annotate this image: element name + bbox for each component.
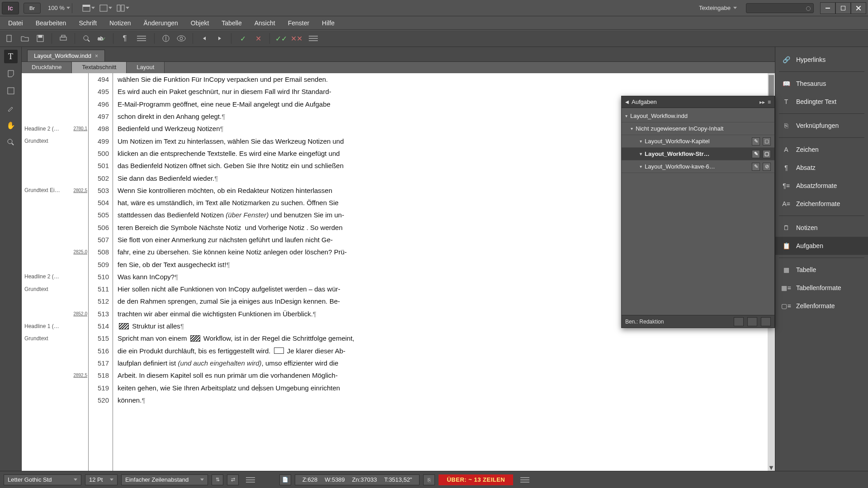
style-label: Headline 2 (…2780,1 bbox=[22, 122, 88, 135]
open-icon[interactable] bbox=[18, 33, 32, 44]
edit-icon[interactable]: ✎ bbox=[752, 150, 760, 158]
reject-all-icon[interactable]: ✕✕ bbox=[290, 33, 303, 44]
text-line[interactable]: die ein Produkt durchläuft, bis es ferti… bbox=[118, 345, 775, 357]
panel-tab-tabelle[interactable]: ▦Tabelle bbox=[775, 261, 868, 279]
accept-all-icon[interactable]: ✓✓ bbox=[274, 33, 288, 44]
menu-schrift[interactable]: Schrift bbox=[72, 17, 103, 29]
status-menu-icon[interactable] bbox=[520, 477, 529, 483]
search-input[interactable] bbox=[746, 3, 814, 13]
menu-änderungen[interactable]: Änderungen bbox=[137, 17, 184, 29]
minimize-button[interactable] bbox=[820, 2, 835, 14]
workspace-switcher[interactable]: Texteingabe bbox=[699, 5, 737, 11]
panel-header[interactable]: ◀ Aufgaben ▸▸ ≡ bbox=[622, 96, 774, 108]
reject-change-icon[interactable]: ✕ bbox=[251, 33, 265, 44]
arrange-documents-icon[interactable] bbox=[117, 3, 129, 13]
text-line[interactable]: können.¶ bbox=[118, 394, 775, 406]
text-line[interactable]: Spricht man von einem Workflow, ist in d… bbox=[118, 332, 775, 344]
assignment-item[interactable]: ▾Layout_Workflow-Str…✎▢ bbox=[622, 148, 774, 160]
assignment-item[interactable]: ▾Layout_Workflow-kave-6…✎⊘ bbox=[622, 160, 774, 173]
box-icon[interactable]: ▢ bbox=[763, 137, 771, 145]
menu-hilfe[interactable]: Hilfe bbox=[316, 17, 341, 29]
new-icon[interactable] bbox=[3, 33, 16, 44]
menu-ansicht[interactable]: Ansicht bbox=[248, 17, 282, 29]
zoom-tool-icon[interactable] bbox=[4, 136, 18, 149]
copyfit-icon[interactable]: ⎘ bbox=[423, 474, 435, 485]
hand-tool-icon[interactable]: ✋ bbox=[4, 118, 18, 132]
panel-tab-bedingter text[interactable]: TBedingter Text bbox=[775, 93, 868, 111]
assignment-item[interactable]: ▾Layout_Workflow-Kapitel✎▢ bbox=[622, 135, 774, 148]
menu-bearbeiten[interactable]: Bearbeiten bbox=[29, 17, 73, 29]
panel-tab-zeichenformate[interactable]: A≡Zeichenformate bbox=[775, 195, 868, 213]
line-number: 519 bbox=[89, 381, 109, 394]
maximize-button[interactable] bbox=[835, 2, 851, 14]
close-button[interactable] bbox=[851, 2, 866, 14]
panel-tab-tabellenformate[interactable]: ▦≡Tabellenformate bbox=[775, 279, 868, 297]
refresh-icon[interactable] bbox=[747, 317, 757, 326]
print-icon[interactable] bbox=[57, 33, 70, 44]
prev-change-icon[interactable] bbox=[198, 33, 211, 44]
edit-icon[interactable]: ✎ bbox=[752, 137, 760, 145]
panel-tab-absatz[interactable]: ¶Absatz bbox=[775, 159, 868, 177]
menu-tabelle[interactable]: Tabelle bbox=[215, 17, 248, 29]
find-icon[interactable] bbox=[80, 33, 93, 44]
menu-fenster[interactable]: Fenster bbox=[282, 17, 316, 29]
save-icon[interactable] bbox=[33, 33, 47, 44]
position-tool-icon[interactable] bbox=[4, 84, 18, 98]
text-line[interactable]: wählen Sie die Funktion Für InCopy verpa… bbox=[118, 73, 775, 85]
toolbar-menu-icon[interactable] bbox=[309, 36, 318, 41]
text-line[interactable]: keiten gehen, wie Sie Ihren Arbeitsplatz… bbox=[118, 381, 775, 394]
document-tab[interactable]: Layout_Workflow.indd × bbox=[27, 50, 105, 61]
leading-dropdown[interactable]: Einfacher Zeilenabstand bbox=[121, 474, 208, 485]
font-family-dropdown[interactable]: Letter Gothic Std bbox=[4, 474, 81, 485]
scroll-down-icon[interactable]: ▼ bbox=[768, 464, 775, 471]
assignments-panel[interactable]: ◀ Aufgaben ▸▸ ≡ ▾Layout_Workflow.indd▾Ni… bbox=[621, 96, 775, 328]
panel-tab-aufgaben[interactable]: 📋Aufgaben bbox=[775, 237, 868, 255]
update-assignment-icon[interactable] bbox=[734, 317, 744, 326]
panel-tab-verknüpfungen[interactable]: ⎘Verknüpfungen bbox=[775, 117, 868, 135]
font-size-dropdown[interactable]: 12 Pt bbox=[85, 474, 118, 485]
panel-tab-zellenformate[interactable]: ▢≡Zellenformate bbox=[775, 297, 868, 315]
menu-objekt[interactable]: Objekt bbox=[184, 17, 215, 29]
close-tab-icon[interactable]: × bbox=[95, 53, 98, 59]
toolbar-menu-icon[interactable] bbox=[137, 36, 146, 41]
show-hidden-chars-icon[interactable]: ¶ bbox=[118, 33, 132, 44]
eyedropper-tool-icon[interactable] bbox=[4, 101, 18, 115]
tracking-toggle-icon[interactable] bbox=[159, 33, 173, 44]
view-tab-textabschnitt[interactable]: Textabschnitt bbox=[72, 62, 127, 73]
panel-tab-label: Absatz bbox=[796, 164, 816, 171]
screen-mode-icon[interactable] bbox=[99, 3, 112, 13]
panel-tab-zeichen[interactable]: AZeichen bbox=[775, 141, 868, 159]
text-line[interactable]: Arbeit. In diesem Kapitel soll es nun pr… bbox=[118, 369, 775, 381]
stats-toggle-icon[interactable]: 📄 bbox=[279, 474, 291, 485]
vertical-text-icon[interactable]: ⇅ bbox=[212, 474, 223, 485]
note-tool-icon[interactable] bbox=[4, 67, 18, 80]
assignment-item[interactable]: ▾Nicht zugewiesener InCopy-Inhalt bbox=[622, 122, 774, 135]
collapse-panel-icon[interactable]: ▸▸ bbox=[760, 99, 765, 105]
accept-change-icon[interactable]: ✓ bbox=[236, 33, 250, 44]
type-tool-icon[interactable]: T bbox=[4, 50, 18, 63]
zoom-level-dropdown[interactable]: 100 % bbox=[48, 5, 70, 11]
panel-tab-hyperlinks[interactable]: 🔗Hyperlinks bbox=[775, 51, 868, 69]
view-tab-druckfahne[interactable]: Druckfahne bbox=[22, 62, 72, 73]
horizontal-text-icon[interactable]: ⇄ bbox=[227, 474, 239, 485]
bridge-button[interactable]: Br bbox=[24, 3, 41, 14]
aufgaben-icon: 📋 bbox=[782, 242, 791, 250]
assignment-item[interactable]: ▾Layout_Workflow.indd bbox=[622, 110, 774, 122]
panel-tab-absatzformate[interactable]: ¶≡Absatzformate bbox=[775, 177, 868, 195]
next-change-icon[interactable] bbox=[213, 33, 226, 44]
menu-datei[interactable]: Datei bbox=[2, 17, 29, 29]
panel-tab-thesaurus[interactable]: 📖Thesaurus bbox=[775, 75, 868, 93]
off-icon[interactable]: ⊘ bbox=[763, 163, 771, 171]
edit-icon[interactable]: ✎ bbox=[752, 163, 760, 171]
view-options-icon[interactable] bbox=[82, 3, 95, 13]
status-menu-icon[interactable] bbox=[246, 477, 255, 483]
check-out-icon[interactable] bbox=[761, 317, 771, 326]
spellcheck-icon[interactable]: ab bbox=[95, 33, 108, 44]
menu-notizen[interactable]: Notizen bbox=[103, 17, 137, 29]
box-icon[interactable]: ▢ bbox=[763, 150, 771, 158]
panel-tab-notizen[interactable]: 🗒Notizen bbox=[775, 219, 868, 237]
preview-icon[interactable] bbox=[175, 33, 188, 44]
view-tab-layout[interactable]: Layout bbox=[127, 62, 165, 73]
panel-menu-icon[interactable]: ≡ bbox=[768, 99, 771, 105]
text-line[interactable]: laufplan definiert ist (und auch eingeha… bbox=[118, 357, 775, 369]
